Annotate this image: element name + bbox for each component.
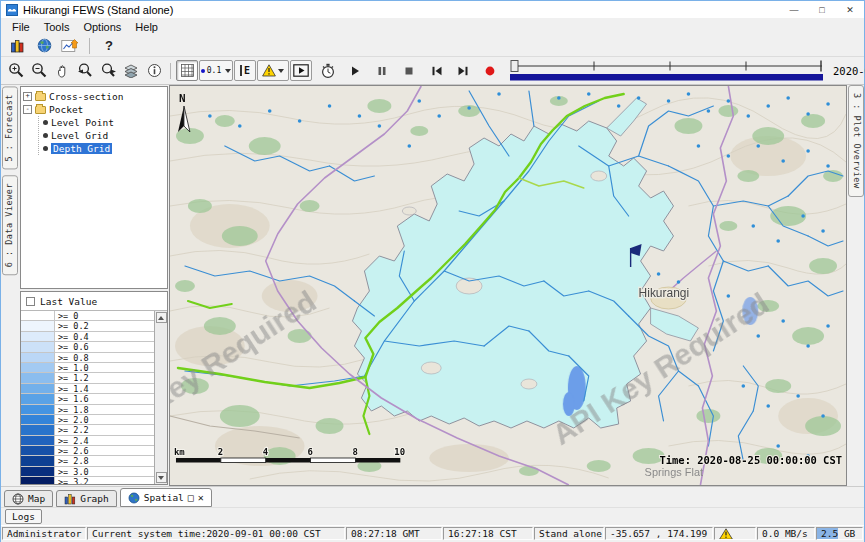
legend-row[interactable]: >= 3.0 — [21, 467, 154, 477]
set-time-stopwatch-icon[interactable] — [317, 61, 339, 81]
legend-row[interactable]: >= 1.4 — [21, 384, 154, 394]
zoom-next-icon[interactable] — [97, 61, 119, 81]
pan-hand-icon[interactable] — [51, 61, 73, 81]
minimize-button[interactable]: — — [780, 1, 808, 18]
left-tab-strip: 5 : Forecast 6 : Data Viewer — [1, 85, 19, 486]
menu-tools[interactable]: Tools — [37, 20, 77, 34]
legend-row-label: >= 3.0 — [55, 467, 154, 476]
legend-title: Last Value — [40, 296, 97, 307]
tab-data-viewer[interactable]: 6 : Data Viewer — [2, 175, 18, 275]
tree-item-level-grid[interactable]: Level Grid — [43, 129, 165, 142]
scroll-down-icon[interactable] — [156, 472, 167, 483]
tab-forecast[interactable]: 5 : Forecast — [2, 86, 18, 169]
tree-item-level-point[interactable]: Level Point — [43, 116, 165, 129]
status-warning-icon[interactable] — [714, 527, 756, 540]
database-icon[interactable] — [7, 36, 29, 56]
tree-item-label: Cross-section — [49, 91, 123, 102]
legend-color-swatch — [21, 353, 55, 362]
tree-item-depth-grid[interactable]: Depth Grid — [43, 142, 165, 155]
dot-icon — [201, 69, 205, 73]
play-button[interactable] — [344, 61, 366, 81]
maximize-button[interactable]: □ — [808, 1, 836, 18]
spatial-maximize-icon[interactable]: □ — [188, 492, 194, 503]
legend-color-swatch — [21, 394, 55, 403]
legend-row-label: >= 1.0 — [55, 363, 154, 372]
tab-map-label: Map — [28, 493, 45, 504]
scroll-up-icon[interactable] — [156, 312, 167, 323]
zoom-in-icon[interactable] — [5, 61, 27, 81]
svg-text:2: 2 — [218, 447, 223, 457]
tree-item-pocket[interactable]: - Pocket — [23, 103, 165, 116]
legend-row[interactable]: >= 3.2 — [21, 477, 154, 484]
skip-to-start-button[interactable] — [425, 61, 447, 81]
thresholds-warning-dropdown[interactable] — [257, 60, 289, 81]
help-button[interactable]: ? — [98, 36, 120, 56]
graph-bars-icon — [64, 493, 76, 505]
legend-row-label: >= 1.4 — [55, 384, 154, 393]
last-value-checkbox[interactable] — [26, 297, 35, 306]
legend-row[interactable]: >= 1.2 — [21, 373, 154, 383]
menu-file[interactable]: File — [5, 20, 37, 34]
tab-spatial[interactable]: Spatial □ ✕ — [120, 488, 212, 507]
legend-row[interactable]: >= 2.2 — [21, 425, 154, 435]
classification-button[interactable]: E — [234, 60, 256, 81]
expand-icon[interactable]: + — [23, 92, 32, 101]
animation-movie-button[interactable] — [290, 60, 312, 81]
record-button[interactable] — [479, 61, 501, 81]
legend-row-label: >= 1.2 — [55, 373, 154, 382]
tree-item-label: Pocket — [49, 104, 83, 115]
legend-row[interactable]: >= 0 — [21, 311, 154, 321]
legend-scrollbar[interactable] — [154, 311, 167, 484]
skip-to-end-button[interactable] — [452, 61, 474, 81]
map-viewport[interactable]: API Key Required API Key Required N km 2… — [169, 85, 847, 486]
status-user: Administrator — [2, 527, 86, 540]
legend-row[interactable]: >= 0.4 — [21, 332, 154, 342]
legend-row[interactable]: >= 1.8 — [21, 405, 154, 415]
tab-map[interactable]: Map — [4, 490, 53, 507]
menu-help[interactable]: Help — [128, 20, 165, 34]
legend-row-label: >= 2.0 — [55, 415, 154, 424]
legend-row[interactable]: >= 1.0 — [21, 363, 154, 373]
tree-item-cross-section[interactable]: + Cross-section — [23, 90, 165, 103]
legend-color-swatch — [21, 436, 55, 445]
menu-options[interactable]: Options — [76, 20, 128, 34]
legend-row[interactable]: >= 1.6 — [21, 394, 154, 404]
legend-row[interactable]: >= 0.8 — [21, 353, 154, 363]
legend-color-swatch — [21, 373, 55, 382]
tab-graph[interactable]: Graph — [56, 490, 117, 507]
zoom-previous-icon[interactable] — [74, 61, 96, 81]
status-mode: Stand alone — [534, 527, 604, 540]
bottom-tab-bar: Map Graph Spatial □ ✕ — [1, 486, 864, 507]
tab-plot-overview[interactable]: 3 : Plot Overview — [848, 85, 864, 197]
legend-color-swatch — [21, 405, 55, 414]
time-slider[interactable] — [510, 58, 826, 84]
pause-button[interactable] — [371, 61, 393, 81]
layer-tree: + Cross-section - Pocket Level Point — [20, 86, 168, 289]
chevron-down-icon — [225, 69, 231, 73]
spatial-close-icon[interactable]: ✕ — [198, 492, 204, 503]
legend-row[interactable]: >= 2.0 — [21, 415, 154, 425]
info-icon[interactable] — [143, 61, 165, 81]
globe-icon[interactable] — [33, 36, 55, 56]
stop-button[interactable] — [398, 61, 420, 81]
tree-children: Level Point Level Grid Depth Grid — [38, 116, 165, 155]
contour-threshold-dropdown[interactable]: 0.1 — [199, 60, 233, 81]
logs-button[interactable]: Logs — [5, 509, 42, 524]
legend-row[interactable]: >= 2.8 — [21, 456, 154, 466]
zoom-out-icon[interactable] — [28, 61, 50, 81]
tree-item-label: Level Grid — [51, 130, 108, 141]
legend-row-label: >= 0.8 — [55, 353, 154, 362]
chart-display-icon[interactable] — [59, 36, 81, 56]
legend-color-swatch — [21, 311, 55, 320]
collapse-icon[interactable]: - — [23, 105, 32, 114]
layers-icon[interactable] — [120, 61, 142, 81]
legend-row[interactable]: >= 2.4 — [21, 436, 154, 446]
svg-text:6: 6 — [308, 447, 313, 457]
legend-row[interactable]: >= 0.6 — [21, 342, 154, 352]
legend-row[interactable]: >= 0.2 — [21, 321, 154, 331]
legend-row[interactable]: >= 2.6 — [21, 446, 154, 456]
close-button[interactable]: ✕ — [836, 1, 864, 18]
svg-text:N: N — [179, 92, 186, 105]
grid-layer-button[interactable] — [176, 60, 198, 81]
title-bar: Hikurangi FEWS (Stand alone) — □ ✕ — [1, 0, 864, 18]
